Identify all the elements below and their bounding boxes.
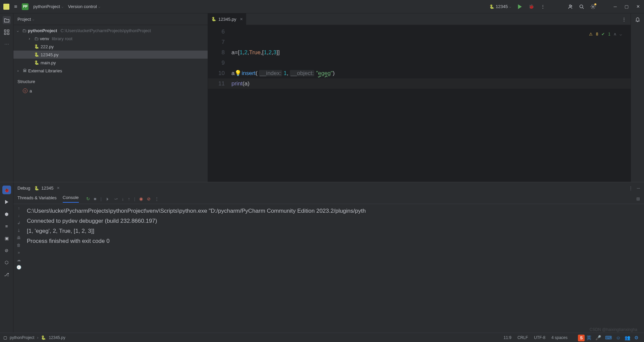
main-menu-icon[interactable]: ≡	[14, 4, 17, 10]
file-encoding[interactable]: UTF-8	[534, 335, 545, 340]
scroll-to-end-icon[interactable]: ⤓	[17, 228, 20, 233]
settings-icon[interactable]	[590, 4, 596, 9]
maximize-button[interactable]: ▢	[624, 4, 629, 9]
step-over-button[interactable]: ⤻	[114, 196, 118, 201]
toggle-icon[interactable]: »	[18, 250, 20, 255]
print-icon[interactable]: 🖶	[17, 235, 21, 240]
editor-area: 🐍 12345.py ✕ ⋮ 6 7 8 9 10 11	[208, 13, 631, 182]
structure-toolwindow-button[interactable]	[3, 28, 11, 36]
search-icon[interactable]	[579, 4, 584, 9]
project-selector[interactable]: pythonProject ⌵	[33, 4, 63, 9]
inspection-down-icon[interactable]: ⌵	[620, 29, 622, 40]
more-actions-icon[interactable]: ⋮	[540, 4, 545, 9]
code-with-me-icon[interactable]	[568, 4, 573, 9]
intention-bulb-icon[interactable]: 💡	[234, 70, 241, 76]
inspection-widget[interactable]: ⚠8 ✔1 ʌ ⌵	[587, 28, 624, 40]
mute-breakpoints-button[interactable]: ⊘	[147, 196, 151, 201]
nav-bar-icon[interactable]: ▢	[3, 335, 7, 340]
tree-root-name: pythonProject	[28, 28, 57, 33]
debug-config-tab[interactable]: 🐍 12345 ✕	[34, 186, 60, 191]
run-tool-button[interactable]	[2, 198, 11, 206]
threads-variables-tab[interactable]: Threads & Variables	[17, 195, 57, 202]
run-config-selector[interactable]: 🐍 12345 ⌵	[489, 4, 511, 9]
python-packages-button[interactable]: ⬢	[2, 210, 11, 218]
chevron-down-icon: ⌵	[98, 5, 100, 8]
step-out-button[interactable]: ↑	[128, 196, 130, 201]
tree-external-libraries[interactable]: › 🏛 External Libraries	[13, 67, 208, 75]
clear-icon[interactable]: 🗑	[17, 243, 21, 248]
terminal-button[interactable]: ▣	[2, 234, 11, 243]
project-panel: Project ⌵ ⌵ 🗀 pythonProject C:\Users\luc…	[13, 13, 208, 182]
debug-button[interactable]: 🐞	[529, 4, 534, 9]
editor-tab[interactable]: 🐍 12345.py ✕	[208, 13, 246, 25]
tree-file-222[interactable]: 🐍 222.py	[13, 43, 208, 51]
vcs-button[interactable]: ⎇	[2, 270, 11, 279]
line-separator[interactable]: CRLF	[518, 335, 528, 340]
services-button[interactable]: ≡	[2, 222, 11, 230]
debug-tool-button[interactable]: 🐞	[2, 186, 11, 194]
filter-icon[interactable]: ☁	[17, 258, 21, 262]
project-toolwindow-button[interactable]	[3, 16, 11, 24]
tree-venv-folder[interactable]: › 🗀 venv library root	[13, 35, 208, 43]
minimize-button[interactable]: ─	[612, 4, 618, 9]
notifications-icon[interactable]	[635, 17, 640, 22]
indent-setting[interactable]: 4 spaces	[551, 335, 568, 340]
expand-arrow-icon[interactable]: ›	[17, 69, 21, 73]
project-panel-header[interactable]: Project ⌵	[13, 13, 208, 25]
ok-check-icon: ✔	[601, 29, 605, 40]
resume-button[interactable]: ⏵	[106, 196, 110, 201]
editor-tabs: 🐍 12345.py ✕ ⋮	[208, 13, 631, 25]
minimize-panel-icon[interactable]: ─	[637, 186, 640, 191]
chevron-down-icon: ⌵	[509, 5, 511, 8]
console-tab[interactable]: Console	[63, 195, 79, 203]
breadcrumb-project[interactable]: pythonProject	[10, 335, 34, 340]
run-button[interactable]	[517, 4, 523, 9]
vcs-selector-label: Version control	[68, 4, 97, 9]
svg-rect-3	[4, 30, 6, 31]
rerun-button[interactable]: ↻	[86, 196, 90, 201]
close-button[interactable]: ✕	[635, 4, 641, 9]
structure-panel-header[interactable]: Structure	[13, 76, 208, 87]
soft-wrap-icon[interactable]: ↲	[17, 221, 20, 225]
scroll-down-icon[interactable]: ↓	[18, 213, 20, 218]
more-actions-icon[interactable]: ⋮	[629, 186, 633, 191]
problems-button[interactable]: ⊘	[2, 246, 11, 255]
close-tab-icon[interactable]: ✕	[57, 186, 60, 190]
ime-indicator: S 英 🎤 ⌨ ☺ 👥 ⚙	[578, 335, 640, 341]
history-icon[interactable]: 🕘	[16, 265, 21, 270]
more-debug-actions-icon[interactable]: ⋮	[155, 196, 159, 201]
tree-file-12345[interactable]: 🐍 12345.py	[13, 51, 208, 59]
tree-file-main[interactable]: 🐍 main.py	[13, 59, 208, 67]
sogou-ime-icon[interactable]: S	[578, 335, 585, 341]
structure-item[interactable]: v a	[13, 87, 208, 95]
tree-project-root[interactable]: ⌵ 🗀 pythonProject C:\Users\lucke\Pycharm…	[13, 26, 208, 35]
code-editor[interactable]: 6 7 8 9 10 11 a=[1,2,True,[1,2,3]] a💡ins…	[208, 25, 631, 182]
view-breakpoints-button[interactable]: ◉	[139, 196, 143, 201]
titlebar: ≡ PP pythonProject ⌵ Version control ⌵ 🐍…	[0, 0, 644, 13]
editor-more-icon[interactable]: ⋮	[621, 16, 627, 22]
project-panel-title: Project	[17, 17, 31, 22]
close-tab-icon[interactable]: ✕	[240, 17, 243, 21]
scroll-up-icon[interactable]: ↑	[18, 206, 20, 211]
structure-item-label: a	[30, 88, 32, 93]
app-logo-icon	[3, 4, 9, 10]
cursor-position[interactable]: 11:9	[503, 335, 511, 340]
python-console-button[interactable]: ⬡	[2, 258, 11, 267]
chevron-down-icon: ⌵	[61, 5, 63, 8]
vcs-selector[interactable]: Version control ⌵	[68, 4, 100, 9]
stop-button[interactable]: ■	[94, 196, 97, 201]
expand-arrow-icon[interactable]: ⌵	[17, 29, 21, 32]
svg-point-0	[570, 5, 571, 6]
breadcrumb-file[interactable]: 12345.py	[49, 335, 65, 340]
right-toolwindow-stripe	[631, 13, 644, 182]
debug-panel: Debug 🐍 12345 ✕ ⋮ ─ Threads & Variables …	[13, 182, 644, 333]
expand-arrow-icon[interactable]: ›	[29, 37, 33, 41]
layout-settings-icon[interactable]: ⊞	[636, 196, 640, 201]
ime-toolbar-icons[interactable]: 英 🎤 ⌨ ☺ 👥 ⚙	[587, 335, 640, 341]
step-into-button[interactable]: ↓	[122, 196, 124, 201]
code-content[interactable]: a=[1,2,True,[1,2,3]] a💡insert( __index: …	[231, 25, 631, 182]
console-output[interactable]: C:\Users\lucke\PycharmProjects\pythonPro…	[24, 204, 644, 333]
inspection-up-icon[interactable]: ʌ	[614, 29, 616, 40]
structure-panel-title: Structure	[17, 79, 35, 84]
more-toolwindows-icon[interactable]: ⋯	[3, 40, 11, 48]
